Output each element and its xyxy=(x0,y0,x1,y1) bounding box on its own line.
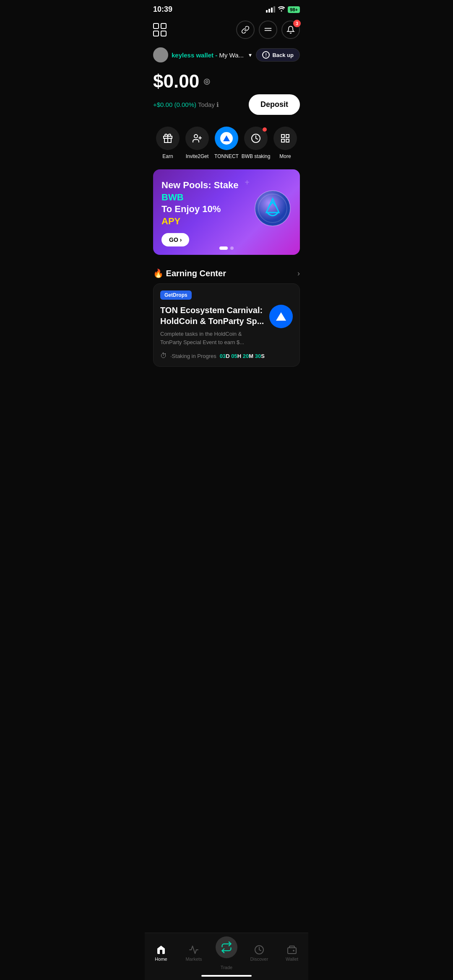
change-amount: +$0.00 (0.00%) Today ℹ xyxy=(153,101,219,108)
banner-coin-graphic xyxy=(254,189,292,227)
wallet-name-row[interactable]: keyless wallet - My Wa... ▾ xyxy=(153,47,252,62)
chevron-down-icon[interactable]: ▾ xyxy=(249,52,252,58)
svg-rect-11 xyxy=(281,139,284,142)
banner-pagination xyxy=(219,246,234,250)
wallet-header: keyless wallet - My Wa... ▾ ! Back up xyxy=(145,44,308,64)
action-earn[interactable]: Earn xyxy=(153,127,182,159)
hide-balance-icon[interactable]: ◎ xyxy=(203,77,210,86)
status-icons: 98+ xyxy=(266,6,300,13)
balance-change-row: +$0.00 (0.00%) Today ℹ Deposit xyxy=(153,94,300,115)
card-text: TON Ecosystem Carnival: HoldCoin & TonPa… xyxy=(160,305,264,346)
balance-change: +$0.00 (0.00%) Today ℹ xyxy=(153,101,219,109)
action-invite[interactable]: Invite2Get xyxy=(182,127,212,159)
decor-plus-1: + xyxy=(245,178,250,187)
balance-section: $0.00 ◎ +$0.00 (0.00%) Today ℹ Deposit xyxy=(145,64,308,118)
menu-button[interactable] xyxy=(259,21,277,39)
tonnect-icon-wrap xyxy=(215,127,238,150)
card-title: TON Ecosystem Carnival: HoldCoin & TonPa… xyxy=(160,305,264,327)
svg-point-5 xyxy=(194,135,198,138)
notification-button[interactable]: 3 xyxy=(281,21,300,39)
earn-icon-wrap xyxy=(156,127,180,150)
staking-icon xyxy=(251,133,261,143)
status-time: 10:39 xyxy=(153,5,172,14)
timer-icon: ⏱ xyxy=(160,352,167,360)
action-tonnect[interactable]: TONNECT xyxy=(212,127,241,159)
gift-icon xyxy=(163,133,173,143)
earning-center-title: 🔥 Earning Center xyxy=(153,268,226,278)
card-logo-triangle xyxy=(276,312,286,321)
more-label: More xyxy=(279,153,291,159)
backup-button[interactable]: ! Back up xyxy=(256,48,300,62)
bwb-label: BWB staking xyxy=(242,153,271,159)
grid-icon xyxy=(280,133,290,143)
today-label: Today ℹ xyxy=(198,101,219,108)
earning-center-header[interactable]: 🔥 Earning Center › xyxy=(145,262,308,283)
banner-go-button[interactable]: GO › xyxy=(161,233,189,246)
wallet-label: keyless wallet - My Wa... xyxy=(172,52,244,59)
balance-amount: $0.00 ◎ xyxy=(153,71,300,92)
svg-rect-10 xyxy=(286,135,289,137)
banner-title: New Pools: Stake BWBTo Enjoy 10% APY xyxy=(161,179,240,227)
deposit-button[interactable]: Deposit xyxy=(249,94,300,115)
quick-actions: Earn Invite2Get TONNECT B xyxy=(145,118,308,163)
earn-card[interactable]: GetDrops TON Ecosystem Carnival: HoldCoi… xyxy=(153,283,300,367)
person-add-icon xyxy=(192,133,202,143)
card-logo xyxy=(269,305,293,328)
nav-right: 3 xyxy=(236,21,300,39)
backup-label: Back up xyxy=(272,52,294,58)
svg-rect-12 xyxy=(286,139,289,142)
battery-icon: 98+ xyxy=(288,6,300,13)
svg-point-2 xyxy=(159,52,162,55)
card-content: TON Ecosystem Carnival: HoldCoin & TonPa… xyxy=(160,305,293,346)
warning-icon: ! xyxy=(262,51,270,59)
menu-icon xyxy=(264,26,272,34)
tonnect-logo xyxy=(220,132,233,145)
card-footer: ⏱ ·Staking in Progres 03D 05H 20M 30S xyxy=(160,352,293,360)
tonnect-triangle xyxy=(223,135,230,141)
action-more[interactable]: More xyxy=(271,127,300,159)
countdown-timer: 03D 05H 20M 30S xyxy=(220,353,265,359)
action-bwb[interactable]: BWB staking xyxy=(241,127,271,159)
status-bar: 10:39 98+ xyxy=(145,0,308,17)
signal-icon xyxy=(266,6,275,13)
banner-stake[interactable]: + + New Pools: Stake BWBTo Enjoy 10% APY… xyxy=(153,169,300,255)
balance-value: $0.00 xyxy=(153,71,199,92)
notification-dot xyxy=(263,127,267,132)
earning-center-arrow[interactable]: › xyxy=(297,269,300,278)
earn-label: Earn xyxy=(162,153,173,159)
invite-icon-wrap xyxy=(185,127,209,150)
wallet-name-text: My Wa... xyxy=(217,52,244,59)
top-nav: 3 xyxy=(145,17,308,44)
banner-dot-1[interactable] xyxy=(219,246,228,250)
bwb-icon-wrap xyxy=(244,127,268,150)
wallet-avatar xyxy=(153,47,168,62)
svg-rect-9 xyxy=(281,135,284,137)
bell-icon xyxy=(286,26,295,34)
tonnect-label: TONNECT xyxy=(214,153,239,159)
card-badge: GetDrops xyxy=(160,290,192,300)
card-description: Complete tasks in the HoldCoin & TonPart… xyxy=(160,330,264,346)
svg-point-13 xyxy=(255,191,290,226)
banner-dot-2[interactable] xyxy=(230,246,234,250)
staking-status: ·Staking in Progres xyxy=(170,353,216,359)
keyless-text: keyless wallet - xyxy=(172,52,217,59)
invite-label: Invite2Get xyxy=(186,153,209,159)
app-logo[interactable] xyxy=(153,23,168,36)
link-button[interactable] xyxy=(236,21,255,39)
link-icon xyxy=(241,26,250,34)
more-icon-wrap xyxy=(273,127,297,150)
notification-count: 3 xyxy=(293,20,301,27)
wifi-icon xyxy=(278,6,285,13)
